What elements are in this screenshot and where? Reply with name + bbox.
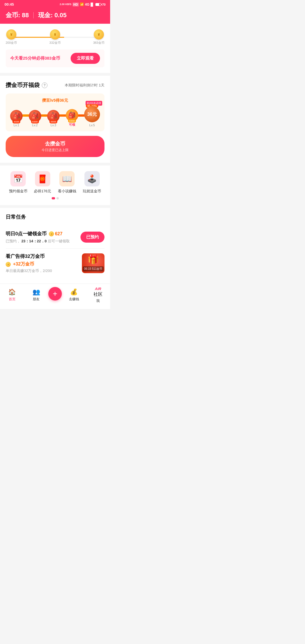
watch-prompt-text: 今天看25分钟必得383金币 [10,56,60,61]
lv5-bag-wrapper: 95.23% 36元 [84,106,100,122]
task-reserve-sub: 已预约， 23：14：22．0 后可一键领取 [6,239,80,244]
progress-node-1: ¥ 200金币 [6,29,17,45]
bottom-nav: 🏠 首页 👥 朋友 + 💰 去赚钱 AiR 社区 我 [0,284,110,309]
air-logo: AiR [95,287,101,291]
action-label-games: 玩就送金币 [83,189,101,194]
nav-item-home[interactable]: 🏠 首页 [0,288,24,302]
collect-coins-button[interactable]: 去攒金币 今日进度已达上限 [6,136,104,157]
coin-icon-2: ¥ [50,29,60,40]
lucky-section: 攒金币开福袋 ? 本期限时福利倒计时 1天 攒至lv5得36元 🎒 4688 L… [0,76,110,163]
task-ad-coin-tag: +32万金币 [13,261,34,267]
bag-lv1: 🎒 4688 [10,110,23,122]
task-reserve-coin-tag: ¥ 627 [49,231,62,236]
daily-tasks-title: 日常任务 [6,214,104,220]
nav-label-earn: 去赚钱 [69,297,79,302]
action-must-get[interactable]: 🧧 必得176元 [34,171,51,194]
bag-num-lv2: 6888 [31,120,39,123]
help-icon[interactable]: ? [42,82,47,88]
action-icon-must: 🧧 [35,171,50,186]
task-reserved-button[interactable]: 已预约 [80,232,104,243]
bag-lv-label-3: Lv.3 [51,123,56,127]
bag-lv-label-5: Lv.5 [89,123,95,127]
nav-item-earn[interactable]: 💰 去赚钱 [62,288,86,302]
bag-num-lv4: 6888 [68,119,76,123]
task-reserve-name: 明日0点一键领金币 [6,230,47,237]
signal-4g2-icon: 4G▐▌ [85,3,94,6]
progress-label-1: 200金币 [6,41,17,45]
lucky-header: 攒金币开福袋 ? 本期限时福利倒计时 1天 [6,81,104,89]
task-reserve-amount: 627 [55,231,62,236]
bag-lv-label-2: Lv.2 [32,123,38,127]
action-reserve-coins[interactable]: 📅 预约领金币 [9,171,27,194]
lucky-nodes: 🎒 4688 Lv.1 🎒 6888 Lv.2 🎒 8888 Lv.3 [10,106,100,127]
actions-row: 📅 预约领金币 🧧 必得176元 📖 看小说赚钱 🕹️ 玩就送金币 [6,171,104,194]
task-reserve-left: 明日0点一键领金币 ¥ 627 已预约， 23：14：22．0 后可一键领取 [6,230,80,244]
progress-label-2: 332金币 [49,41,61,45]
action-read-novel[interactable]: 📖 看小说赚钱 [58,171,76,194]
carousel-dots [6,197,104,199]
lucky-title: 攒金币开福袋 ? [6,81,47,89]
task-reserve-sub2: 后可一键领取 [48,239,70,243]
coin-icon-task1: ¥ [49,231,54,236]
daily-tasks-section: 日常任务 明日0点一键领金币 ¥ 627 已预约， 23：14：22．0 后可一… [0,208,110,284]
task-ad-sub: 单日最高赚32万金币，2/200 [6,268,82,273]
plus-icon: + [53,290,57,298]
battery-icon: 70 [95,3,106,6]
bag-num-lv1: 4688 [12,120,20,123]
bag-lv4: 🎒 6888 [66,109,78,121]
earn-icon: 💰 [70,288,78,296]
dot-2 [56,197,59,199]
task-reserve-sub1: 已预约， [6,239,20,243]
watch-section: ¥ 200金币 ¥ 332金币 ¥ 383金币 今天看25分钟必得383金币 立… [0,24,110,73]
ad-bag-icon: 🎁 [88,254,99,265]
action-icon-reserve: 📅 [10,171,26,186]
task-ad-left: 看广告得32万金币 ¥ +32万金币 单日最高赚32万金币，2/200 [6,253,82,273]
lucky-node-lv1: 🎒 4688 Lv.1 [10,110,23,127]
lucky-node-lv5: 前200名必得 95.23% 36元 Lv.5 [84,106,100,127]
nav-add-button[interactable]: + [48,287,62,301]
task-ad-main-row: 看广告得32万金币 [6,253,82,260]
coin-icon-1: ¥ [6,29,16,40]
action-play-games[interactable]: 🕹️ 玩就送金币 [83,171,101,194]
nav-label-me: 我 [96,299,100,303]
ad-thumbnail[interactable]: 🎁 06:15 511金币 [82,253,104,273]
progress-label-3: 383金币 [93,41,104,45]
home-icon: 🏠 [8,288,16,296]
lucky-node-lv4[interactable]: 🎒 6888 可领 [66,109,78,127]
battery-percent: 70 [102,3,106,6]
nav-item-me[interactable]: AiR 社区 我 [86,287,110,303]
bag-lv2: 🎒 6888 [29,110,41,122]
nav-item-friends[interactable]: 👥 朋友 [24,288,49,302]
watch-progress-track: ¥ 200金币 ¥ 332金币 ¥ 383金币 [6,29,104,45]
task-ad-coin-row: ¥ +32万金币 [6,261,82,267]
bag-num-lv3: 8888 [49,120,57,123]
nav-label-home: 首页 [9,297,16,302]
progress-node-3: ¥ 383金币 [93,29,104,45]
bag-lv3: 🎒 8888 [47,110,60,122]
collect-btn-sub: 今日进度已达上限 [42,148,69,153]
lv5-bag: 36元 [84,106,100,122]
status-time: 00:45 [5,2,14,6]
task-ad: 看广告得32万金币 ¥ +32万金币 单日最高赚32万金币，2/200 🎁 06… [6,249,104,278]
watch-now-button[interactable]: 立即观看 [71,53,100,64]
action-label-reserve: 预约领金币 [9,189,27,194]
coin-balance: 金币: 88 [6,11,29,19]
ad-thumb-timer: 06:15 511金币 [83,266,104,271]
coin-icon-task2: ¥ [6,262,11,267]
me-icon: 社区 [93,291,103,297]
task-reserve: 明日0点一键领金币 ¥ 627 已预约， 23：14：22．0 后可一键领取 已… [6,226,104,249]
action-label-novel: 看小说赚钱 [58,189,76,194]
lv5-amount: 36元 [87,112,97,118]
bag-lv-label-1: Lv.1 [14,123,19,127]
status-bar: 00:45 2.00 KB/S HD 📶 4G▐▌ 70 [0,0,110,8]
collect-btn-label: 去攒金币 [45,140,65,147]
header-divider [33,12,34,18]
action-icon-novel: 📖 [59,171,75,186]
action-icon-games: 🕹️ [84,171,100,186]
coin-icon-3: ¥ [94,29,104,40]
lucky-node-lv2: 🎒 6888 Lv.2 [29,110,41,127]
network-speed: 2.00 KB/S [60,3,71,6]
status-right: 2.00 KB/S HD 📶 4G▐▌ 70 [60,3,106,6]
task-reserve-timer: 23：14：22．0 [21,239,47,243]
action-label-must: 必得176元 [34,189,51,194]
